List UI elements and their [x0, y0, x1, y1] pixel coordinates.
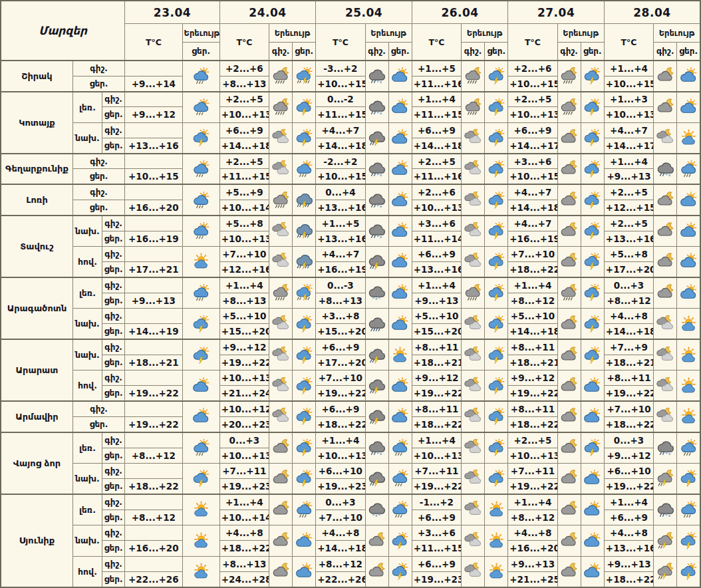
temp-column-header: T°C [125, 24, 182, 61]
zone-label: լեռ. [72, 432, 102, 464]
sun-cloud-rain-icon [677, 154, 700, 185]
temp-night: +3...+8 [316, 309, 365, 324]
temp-column-header: T°C [316, 24, 365, 61]
temp-day: +18...+21 [412, 355, 461, 370]
sun-cloud-rain-icon [182, 154, 219, 185]
sun-cloud-rain-icon [388, 463, 412, 494]
sun-horizon-cloud-icon [677, 370, 700, 402]
temp-night: 0...-2 [316, 92, 365, 107]
night-subcolumn-header: գիշ. [365, 43, 388, 61]
moon-clouds-icon [462, 432, 485, 464]
temp-night: -3...+2 [316, 61, 365, 76]
cloud-thunder-icon [365, 463, 388, 494]
sun-cloud-thunder-icon [293, 463, 316, 494]
temp-night: +2...+5 [604, 184, 653, 200]
sun-cloud-thunder-icon [182, 463, 219, 494]
temp-day: +11...+14 [412, 231, 461, 246]
day-row-label: ցեր. [102, 571, 125, 587]
night-row-label: գիշ. [102, 339, 125, 355]
temp-night: +4...+7 [316, 122, 365, 138]
temp-night: +9...+12 [508, 370, 557, 386]
temp-night: +4...+8 [219, 525, 269, 540]
night-subcolumn-header: գիշ. [654, 43, 677, 61]
moon-clouds-icon [269, 122, 292, 154]
night-row-label: գիշ. [102, 277, 125, 293]
moon-cloud-icon [557, 370, 581, 402]
temp-day: +9...+13 [412, 293, 461, 308]
temp-night: +4...+7 [316, 246, 365, 261]
sun-cloud-thunder-icon [485, 61, 508, 92]
temp-day: +15...+20 [219, 324, 269, 339]
day-subcolumn-header: ցեր. [293, 43, 316, 61]
night-row-label: գիշ. [72, 154, 124, 169]
region-name: Կոտայք [1, 92, 72, 154]
temp-night: +1...+4 [508, 277, 557, 293]
date-header: 23.04 [125, 1, 220, 24]
temp-day: +17...+21 [125, 262, 182, 277]
temp-night: +2...+5 [412, 154, 461, 169]
cloud-rain-snow-icon [654, 494, 677, 525]
moon-cloud-icon [557, 309, 581, 340]
sun-cloud-thunder-icon [293, 122, 316, 154]
phenomenon-column-header: Երեւույթ [462, 24, 508, 43]
sun-cloud-rain-icon [388, 494, 412, 525]
temp-day: +18...+22 [412, 416, 461, 432]
temp-day: +14...+18 [604, 324, 653, 339]
date-header: 24.04 [219, 1, 316, 24]
temp-night: +10...+13 [219, 370, 269, 386]
sun-cloud-thunder-icon [581, 122, 604, 154]
moon-cloud-icon [557, 122, 581, 154]
sun-cloud-icon [677, 246, 700, 277]
moon-cloud-icon [365, 556, 388, 587]
temp-day: +22...+26 [125, 571, 182, 587]
region-name: Տավուշ [1, 216, 72, 277]
region-name: Արագածոտն [1, 277, 72, 339]
moon-clouds-icon [462, 370, 485, 402]
temp-night: 0...+3 [604, 277, 653, 293]
temp-day: +16...+19 [508, 231, 557, 246]
moon-cloud-icon [269, 556, 292, 587]
sun-cloud-thunder-icon [485, 401, 508, 432]
moon-cloud-icon [557, 216, 581, 247]
temp-night: +8...+11 [412, 339, 461, 355]
temp-day: +18...+22 [219, 541, 269, 556]
moon-cloud-icon [557, 154, 581, 185]
sun-horizon-cloud-icon [182, 246, 219, 277]
temp-night: +2...+5 [219, 92, 269, 107]
day-row-label: ցեր. [102, 355, 125, 370]
temp-column-header: T°C [412, 24, 461, 61]
moon-clouds-icon [462, 494, 485, 525]
moon-clouds-icon [269, 309, 292, 340]
day-row-label: ցեր. [102, 231, 125, 246]
temp-night: +1...+4 [604, 61, 653, 76]
temp-day: +8...+13 [219, 76, 269, 91]
cloud-thunder-icon [365, 370, 388, 402]
sun-cloud-icon [388, 277, 412, 309]
moon-cloud-icon [269, 525, 292, 556]
moon-clouds-icon [654, 339, 677, 370]
temp-night: +5...+8 [219, 216, 269, 231]
temp-day: +15...+20 [316, 324, 365, 339]
temp-day: +18...+21 [604, 355, 653, 370]
temp-day: +9...+12 [125, 107, 182, 122]
temp-night: +6...+10 [316, 463, 365, 478]
moon-cloud-icon [365, 525, 388, 556]
temp-night: +4...+7 [508, 216, 557, 231]
sun-cloud-thunder-icon [182, 309, 219, 340]
sun-cloud-thunder-icon [293, 432, 316, 464]
night-subcolumn-header: գիշ. [557, 43, 581, 61]
zone-label: հով. [72, 556, 102, 587]
temp-night [125, 432, 182, 448]
moon-clouds-icon [462, 339, 485, 370]
night-row-label: գիշ. [102, 246, 125, 261]
temp-day: +22...+26 [316, 571, 365, 587]
sun-cloud-thunder-icon [293, 92, 316, 123]
temp-day: +17...+20 [604, 262, 653, 277]
moon-cloud-icon [654, 92, 677, 123]
moon-cloud-icon [557, 494, 581, 525]
sun-cloud-icon [388, 184, 412, 216]
temp-night: +2...+6 [412, 184, 461, 200]
temp-day: +9...+14 [125, 76, 182, 91]
moon-cloud-rain-icon [462, 277, 485, 309]
sun-cloud-icon [388, 246, 412, 277]
